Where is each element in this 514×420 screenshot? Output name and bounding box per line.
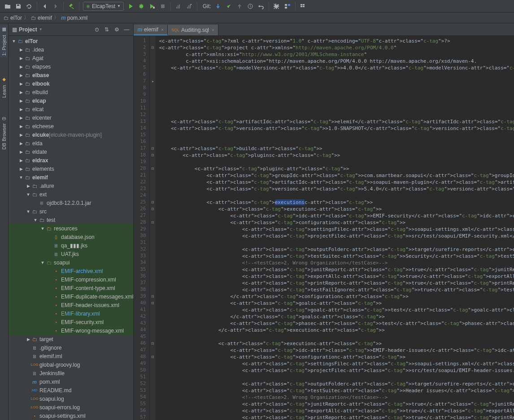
tree-item[interactable]: 🗎qa_▮▮▮.jks bbox=[9, 241, 133, 250]
save-icon[interactable] bbox=[14, 2, 22, 10]
attach-icon[interactable] bbox=[185, 2, 193, 10]
tree-item[interactable]: MDREADME.md bbox=[9, 386, 133, 394]
tree-item[interactable]: ▶🗀elcat bbox=[9, 105, 133, 113]
expand-all-icon[interactable]: ⇅ bbox=[104, 26, 110, 33]
tree-item[interactable]: ▼🗀resources bbox=[9, 224, 133, 233]
search-everywhere-icon[interactable] bbox=[299, 2, 307, 10]
svg-rect-12 bbox=[285, 7, 287, 9]
gear-icon[interactable]: ⚙ bbox=[113, 26, 120, 33]
svg-rect-6 bbox=[187, 7, 188, 9]
chevron-right-icon: 〉 bbox=[54, 14, 59, 22]
git-pull-icon[interactable] bbox=[214, 2, 222, 10]
db-browser-tool-tab[interactable]: DB Browser⛁ bbox=[0, 113, 8, 152]
refresh-icon[interactable] bbox=[25, 2, 33, 10]
learn-tool-tab[interactable]: Learn◆ bbox=[0, 75, 8, 100]
run-config-selector[interactable]: ◉ ElcapTest ▼ bbox=[83, 2, 124, 11]
tab-elemif[interactable]: m elemif × bbox=[134, 25, 168, 35]
settings-icon[interactable] bbox=[273, 2, 281, 10]
tree-item[interactable]: ▪EMIF-security.xml bbox=[9, 318, 133, 326]
tree-item[interactable]: ▶🗀elbuild bbox=[9, 88, 133, 96]
crumb-2[interactable]: mpom.xml bbox=[61, 15, 87, 21]
tree-item[interactable]: ▼🗀test bbox=[9, 216, 133, 224]
tree-item[interactable]: ▼🗀ext bbox=[9, 190, 133, 199]
tree-item[interactable]: ▶🗀eldrax bbox=[9, 156, 133, 165]
tree-item[interactable]: ▶🗀Agat bbox=[9, 54, 133, 62]
tree-item[interactable]: ▶🗀elapses bbox=[9, 62, 133, 71]
stop-icon[interactable] bbox=[159, 2, 167, 10]
tree-item[interactable]: ▼🗀soapui bbox=[9, 258, 133, 267]
project-panel: ▦ Project ▼ ⊙ ⇅ ⚙ — ▼🗀elTor▶🗀.idea▶🗀Agat… bbox=[9, 23, 134, 420]
tree-item[interactable]: {}database.json bbox=[9, 233, 133, 241]
git-history-icon[interactable] bbox=[246, 2, 254, 10]
structure-icon[interactable] bbox=[283, 2, 292, 10]
tree-item[interactable]: ▶🗀eldate bbox=[9, 147, 133, 156]
tree-item[interactable]: ▶🗀elcuke [elcuke-maven-plugin] bbox=[9, 130, 133, 139]
tree-item[interactable]: ▪EMIF-archive.xml bbox=[9, 267, 133, 275]
breadcrumb: 🗀elTor 〉 🗀elemif 〉 mpom.xml bbox=[0, 13, 514, 23]
git-commit-icon[interactable] bbox=[225, 2, 233, 10]
tree-item[interactable]: 🗎UAT.jks bbox=[9, 250, 133, 258]
tree-item[interactable]: ▼🗀elTor bbox=[9, 37, 133, 45]
git-push-icon[interactable] bbox=[235, 2, 244, 10]
forward-icon[interactable] bbox=[52, 2, 60, 10]
tree-item[interactable]: LOGglobal-groovy.log bbox=[9, 360, 133, 369]
tree-item[interactable]: ▪EMIF-content-type.xml bbox=[9, 284, 133, 292]
back-icon[interactable] bbox=[41, 2, 49, 10]
tree-item[interactable]: ▶🗀target bbox=[9, 335, 133, 343]
tree-item[interactable]: ▪EMIF-compression.xml bbox=[9, 275, 133, 284]
tree-item[interactable]: 🗎Jenkinsfile bbox=[9, 369, 133, 377]
crumb-0[interactable]: 🗀elTor bbox=[4, 15, 22, 21]
tree-item[interactable]: 🗎.gitignore bbox=[9, 343, 133, 352]
tree-item[interactable]: ▶🗀elements bbox=[9, 165, 133, 173]
crumb-1[interactable]: 🗀elemif bbox=[31, 15, 52, 21]
coverage-icon[interactable] bbox=[148, 2, 156, 10]
tree-item[interactable]: ▼🗀elemif bbox=[9, 173, 133, 182]
line-number-gutter[interactable]: 1234567891011121314151617181920212223242… bbox=[134, 36, 150, 420]
locate-icon[interactable]: ⊙ bbox=[94, 26, 100, 33]
close-icon[interactable]: × bbox=[212, 28, 214, 33]
svg-rect-7 bbox=[188, 5, 189, 9]
tree-item[interactable]: LOGsoapui.log bbox=[9, 394, 133, 403]
dropdown-icon[interactable]: ▼ bbox=[39, 27, 43, 31]
tree-item[interactable]: ⊞ojdbc8-12.2.0.1.jar bbox=[9, 199, 133, 207]
tree-item[interactable]: ▶🗀elbase bbox=[9, 71, 133, 79]
learn-icon: ◆ bbox=[1, 77, 7, 83]
editor-body: 1234567891011121314151617181920212223242… bbox=[134, 36, 514, 420]
tree-item[interactable]: 🗎elemif.iml bbox=[9, 352, 133, 360]
dropdown-icon: ▼ bbox=[117, 4, 121, 8]
tree-item[interactable]: mpom.xml bbox=[9, 377, 133, 386]
tree-item[interactable]: ▪EMIF-header-issues.xml bbox=[9, 301, 133, 309]
run-icon[interactable] bbox=[126, 2, 135, 10]
tree-item[interactable]: ▶🗀elcheese bbox=[9, 122, 133, 130]
tree-item[interactable]: ▶🗀elcap bbox=[9, 96, 133, 105]
svg-rect-10 bbox=[285, 4, 287, 6]
tree-item[interactable]: ▶🗀.allure bbox=[9, 182, 133, 190]
tree-item[interactable]: ▪soapui-settings.xml bbox=[9, 411, 133, 420]
tree-item[interactable]: ▶🗀elcenter bbox=[9, 113, 133, 122]
code-editor[interactable]: <c-attr">class="c-tag">?xml c-attr">vers… bbox=[156, 36, 514, 420]
tree-item[interactable]: LOGsoapui-errors.log bbox=[9, 403, 133, 411]
project-tool-tab[interactable]: 1: Project▦ bbox=[0, 25, 8, 57]
tree-item[interactable]: ▶🗀elda bbox=[9, 139, 133, 147]
tree-item[interactable]: ▪EMIF-library.xml bbox=[9, 309, 133, 318]
panel-title: Project bbox=[19, 26, 37, 33]
tree-item[interactable]: ▪EMIF-wrong-message.xml bbox=[9, 326, 133, 335]
tree-item[interactable]: ▪EMIF-duplicate-messages.xml bbox=[9, 292, 133, 301]
db-icon: ⛁ bbox=[1, 115, 7, 121]
maven-icon: m bbox=[61, 15, 66, 21]
tab-auditing[interactable]: SQL Auditing.sql × bbox=[168, 25, 218, 35]
build-icon[interactable] bbox=[67, 2, 75, 10]
tree-item[interactable]: ▼🗀src bbox=[9, 207, 133, 216]
open-icon[interactable] bbox=[4, 2, 12, 10]
debug-icon[interactable] bbox=[137, 2, 145, 10]
tree-item[interactable]: ▶🗀.idea bbox=[9, 45, 133, 54]
project-tree[interactable]: ▼🗀elTor▶🗀.idea▶🗀Agat▶🗀elapses▶🗀elbase▶🗀e… bbox=[9, 36, 133, 420]
tree-item[interactable]: ▶🗀elbook bbox=[9, 79, 133, 88]
close-icon[interactable]: × bbox=[161, 27, 164, 32]
git-revert-icon[interactable] bbox=[257, 2, 265, 10]
editor-area: m elemif × SQL Auditing.sql × 1234567891… bbox=[134, 23, 514, 420]
hide-icon[interactable]: — bbox=[123, 26, 130, 33]
fold-strip[interactable]: ⊟▸⊟⊟⊟⊟⊟⊟⊟⊟⊟⊟ bbox=[150, 36, 156, 420]
folder-icon: 🗀 bbox=[31, 15, 36, 21]
profiler-icon[interactable] bbox=[174, 2, 183, 10]
